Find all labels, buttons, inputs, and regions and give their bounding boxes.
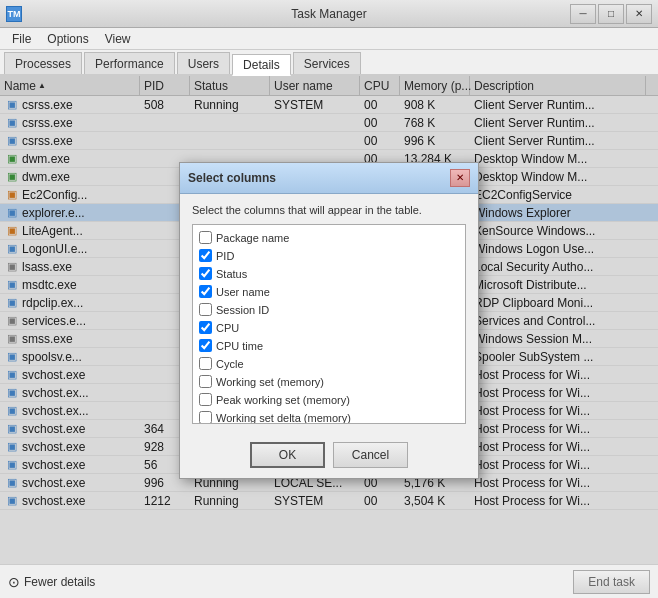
maximize-button[interactable]: □ (598, 4, 624, 24)
checkbox-input[interactable] (199, 339, 212, 352)
end-task-button[interactable]: End task (573, 570, 650, 594)
cancel-button[interactable]: Cancel (333, 442, 408, 468)
tab-bar: Processes Performance Users Details Serv… (0, 50, 658, 76)
main-content: Name ▲ PID Status User name CPU Memory (… (0, 76, 658, 564)
modal-body: Select the columns that will appear in t… (180, 194, 478, 434)
tab-processes[interactable]: Processes (4, 52, 82, 74)
chevron-down-icon: ⊙ (8, 574, 20, 590)
modal-overlay: Select columns ✕ Select the columns that… (0, 76, 658, 564)
checkbox-item[interactable]: Working set (memory) (197, 373, 461, 391)
checkbox-input[interactable] (199, 267, 212, 280)
title-bar: TM Task Manager ─ □ ✕ (0, 0, 658, 28)
window-title: Task Manager (291, 7, 366, 21)
tab-details[interactable]: Details (232, 54, 291, 76)
checkbox-input[interactable] (199, 285, 212, 298)
checkbox-item[interactable]: Peak working set (memory) (197, 391, 461, 409)
checkbox-label: Working set (memory) (216, 376, 324, 388)
checkbox-label: Session ID (216, 304, 269, 316)
checkbox-label: Package name (216, 232, 289, 244)
checkbox-label: User name (216, 286, 270, 298)
checkbox-label: PID (216, 250, 234, 262)
menu-view[interactable]: View (97, 30, 139, 48)
checkboxes-area[interactable]: Package name PID Status User name Sessio… (192, 224, 466, 424)
ok-button[interactable]: OK (250, 442, 325, 468)
checkbox-item[interactable]: CPU (197, 319, 461, 337)
checkbox-input[interactable] (199, 321, 212, 334)
checkbox-item[interactable]: Cycle (197, 355, 461, 373)
checkbox-label: Peak working set (memory) (216, 394, 350, 406)
menu-options[interactable]: Options (39, 30, 96, 48)
modal-close-button[interactable]: ✕ (450, 169, 470, 187)
checkbox-label: Status (216, 268, 247, 280)
checkbox-item[interactable]: Working set delta (memory) (197, 409, 461, 424)
checkbox-label: CPU time (216, 340, 263, 352)
window-controls: ─ □ ✕ (570, 4, 652, 24)
checkbox-input[interactable] (199, 375, 212, 388)
checkbox-input[interactable] (199, 357, 212, 370)
checkbox-label: Working set delta (memory) (216, 412, 351, 424)
title-bar-left: TM (6, 6, 22, 22)
menu-file[interactable]: File (4, 30, 39, 48)
checkbox-input[interactable] (199, 393, 212, 406)
tab-services[interactable]: Services (293, 52, 361, 74)
modal-title: Select columns (188, 171, 276, 185)
fewer-details-button[interactable]: ⊙ Fewer details (8, 574, 95, 590)
checkbox-item[interactable]: CPU time (197, 337, 461, 355)
close-button[interactable]: ✕ (626, 4, 652, 24)
modal-title-bar: Select columns ✕ (180, 163, 478, 194)
checkbox-item[interactable]: Status (197, 265, 461, 283)
checkbox-label: Cycle (216, 358, 244, 370)
checkbox-label: CPU (216, 322, 239, 334)
checkbox-input[interactable] (199, 303, 212, 316)
checkbox-item[interactable]: User name (197, 283, 461, 301)
checkbox-input[interactable] (199, 249, 212, 262)
checkbox-item[interactable]: Package name (197, 229, 461, 247)
fewer-details-label: Fewer details (24, 575, 95, 589)
minimize-button[interactable]: ─ (570, 4, 596, 24)
app-icon: TM (6, 6, 22, 22)
checkbox-item[interactable]: Session ID (197, 301, 461, 319)
tab-users[interactable]: Users (177, 52, 230, 74)
modal-description: Select the columns that will appear in t… (192, 204, 466, 216)
modal-buttons: OK Cancel (180, 434, 478, 478)
tab-performance[interactable]: Performance (84, 52, 175, 74)
checkbox-input[interactable] (199, 231, 212, 244)
menu-bar: File Options View (0, 28, 658, 50)
checkbox-input[interactable] (199, 411, 212, 424)
select-columns-dialog: Select columns ✕ Select the columns that… (179, 162, 479, 479)
bottom-bar: ⊙ Fewer details End task (0, 564, 658, 598)
checkbox-item[interactable]: PID (197, 247, 461, 265)
